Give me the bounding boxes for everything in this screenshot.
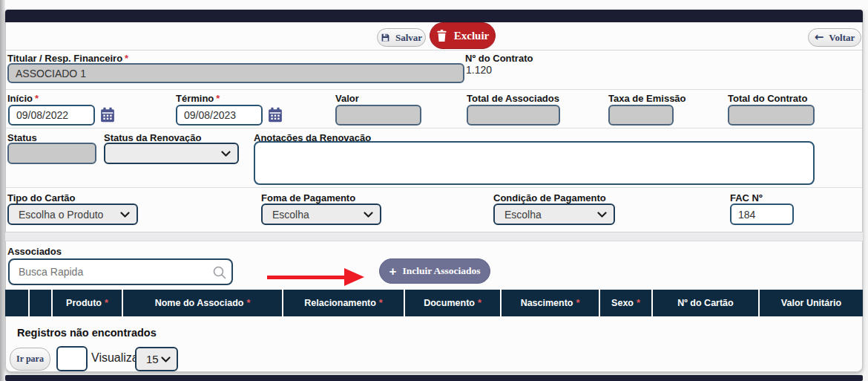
total-contrato-label: Total do Contrato xyxy=(728,93,807,104)
inicio-date-input[interactable] xyxy=(8,105,95,126)
column-header-actions xyxy=(30,290,51,316)
titular-label: Titular / Resp. Financeiro* xyxy=(7,53,128,64)
forma-pagamento-label: Foma de Pagamento xyxy=(261,192,355,203)
delete-button-label: Excluir xyxy=(454,30,490,42)
save-icon xyxy=(381,33,390,42)
back-button[interactable]: ← Voltar xyxy=(808,28,861,47)
required-marker: * xyxy=(105,298,108,308)
associados-section-title: Associados xyxy=(7,246,62,257)
back-arrow-icon: ← xyxy=(815,32,824,43)
forma-pagamento-select[interactable]: Escolha xyxy=(261,203,381,225)
calendar-icon[interactable] xyxy=(268,107,283,123)
numero-contrato-value: 1.120 xyxy=(466,64,492,76)
titular-input[interactable] xyxy=(7,63,464,83)
plus-icon: + xyxy=(389,265,396,278)
divider xyxy=(6,89,862,90)
fac-label: FAC Nº xyxy=(730,192,763,203)
total-associados-input[interactable] xyxy=(467,105,560,126)
required-marker: * xyxy=(637,298,640,308)
required-marker: * xyxy=(125,53,128,64)
forma-pagamento-selected-value: Escolha xyxy=(272,209,309,221)
back-button-label: Voltar xyxy=(829,32,855,44)
column-header-nome: Nome do Associado* xyxy=(123,290,282,316)
inicio-label: Início* xyxy=(7,93,39,104)
condicao-pagamento-selected-value: Escolha xyxy=(504,209,542,221)
go-to-page-label: Ir para xyxy=(16,354,44,365)
contract-page: { "colors": { "navy_bar": "#1b1d32", "ta… xyxy=(0,0,868,381)
status-input[interactable] xyxy=(7,143,96,164)
required-marker: * xyxy=(246,298,250,308)
column-header-nascimento: Nascimento* xyxy=(502,290,599,316)
required-marker: * xyxy=(216,93,220,104)
condicao-pagamento-select[interactable]: Escolha xyxy=(493,203,615,225)
termino-date-input[interactable] xyxy=(176,105,263,126)
status-renovacao-select[interactable] xyxy=(104,143,239,164)
annotation-arrow-head xyxy=(344,268,364,286)
top-navigation-bar xyxy=(5,10,863,22)
anotacoes-textarea[interactable] xyxy=(254,141,815,185)
status-renovacao-label: Status da Renovação xyxy=(104,132,202,143)
save-button-label: Salvar xyxy=(395,32,422,44)
bottom-bar xyxy=(5,375,863,381)
fac-input[interactable] xyxy=(730,203,794,225)
search-input[interactable] xyxy=(8,258,233,285)
numero-contrato-label: Nº do Contrato xyxy=(465,53,533,64)
divider xyxy=(6,187,862,188)
required-marker: * xyxy=(576,298,579,308)
column-header-valor-unitario: Valor Unitário xyxy=(760,290,863,316)
empty-results-message: Registros não encontrados xyxy=(17,327,157,339)
search-icon xyxy=(212,265,227,280)
divider xyxy=(6,50,862,51)
go-to-page-button[interactable]: Ir para xyxy=(10,348,50,371)
annotation-arrow-tail xyxy=(267,276,346,279)
chevron-down-icon xyxy=(364,212,373,218)
page-top-strip xyxy=(0,0,868,10)
tipo-cartao-select[interactable]: Escolha o Produto xyxy=(7,203,138,225)
status-label: Status xyxy=(7,132,37,143)
trash-icon xyxy=(436,30,447,42)
termino-label: Término* xyxy=(176,93,220,104)
total-contrato-input[interactable] xyxy=(728,105,815,126)
column-header-numero-cartao: Nº do Cartão xyxy=(653,290,758,316)
chevron-down-icon xyxy=(161,356,171,362)
page-size-selected-value: 15 xyxy=(146,353,159,365)
column-header-select xyxy=(5,290,28,316)
valor-input[interactable] xyxy=(335,105,421,126)
page-number-input[interactable] xyxy=(56,346,88,371)
required-marker: * xyxy=(35,93,39,104)
required-marker: * xyxy=(478,298,481,308)
column-header-relacionamento: Relacionamento* xyxy=(283,290,404,316)
chevron-down-icon xyxy=(597,212,607,218)
tipo-cartao-selected-value: Escolha o Produto xyxy=(19,209,103,221)
taxa-emissao-label: Taxa de Emissão xyxy=(608,93,686,104)
condicao-pagamento-label: Condição de Pagamento xyxy=(493,192,606,203)
incluir-associados-button[interactable]: + Incluir Associados xyxy=(379,258,490,284)
calendar-icon[interactable] xyxy=(100,107,115,123)
incluir-associados-label: Incluir Associados xyxy=(402,265,480,277)
valor-label: Valor xyxy=(335,93,359,104)
chevron-down-icon xyxy=(221,151,231,157)
taxa-emissao-input[interactable] xyxy=(608,105,674,126)
associados-table-header: Produto* Nome do Associado* Relacionamen… xyxy=(5,290,863,316)
column-header-sexo: Sexo* xyxy=(600,290,651,316)
delete-button[interactable]: Excluir xyxy=(430,22,496,49)
total-associados-label: Total de Associados xyxy=(467,93,559,104)
save-button[interactable]: Salvar xyxy=(377,28,426,47)
page-left-shadow xyxy=(0,0,5,381)
required-marker: * xyxy=(379,298,383,308)
page-size-select[interactable]: 15 xyxy=(135,347,178,371)
column-header-produto: Produto* xyxy=(53,290,122,316)
column-header-documento: Documento* xyxy=(405,290,500,316)
chevron-down-icon xyxy=(120,212,130,218)
section-separator xyxy=(5,232,863,241)
divider xyxy=(6,128,862,128)
tipo-cartao-label: Tipo do Cartão xyxy=(7,192,75,203)
